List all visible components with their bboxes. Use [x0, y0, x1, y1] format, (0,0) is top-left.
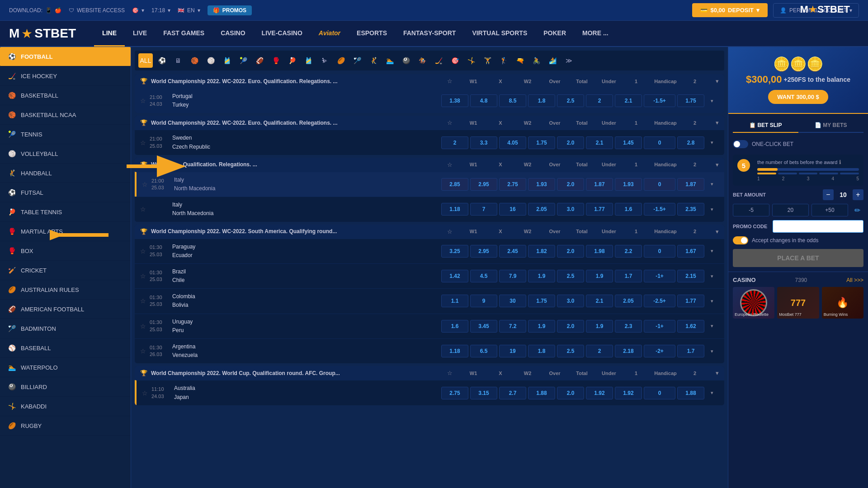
nav-esports[interactable]: ESPORTS — [349, 20, 395, 47]
odds-total[interactable]: 3.0 — [557, 203, 584, 216]
odds-handicap[interactable]: -2+ — [644, 345, 675, 357]
odds-x[interactable]: 2.95 — [470, 245, 497, 258]
info-icon[interactable]: ℹ — [839, 159, 841, 165]
odds-w2[interactable]: 4.05 — [499, 136, 526, 149]
place-bet-button[interactable]: PLACE A BET — [733, 249, 863, 267]
odds-w1[interactable]: 1.1 — [441, 295, 468, 307]
filter-tennis[interactable]: 🎾 — [236, 53, 250, 68]
filter-box[interactable]: 🥊 — [269, 53, 283, 68]
nav-line[interactable]: LINE — [94, 20, 125, 47]
odds-handicap[interactable]: -1.5+ — [644, 203, 675, 216]
star-icon[interactable]: ☆ — [140, 97, 146, 104]
sidebar-item-futsal[interactable]: ⚽ FUTSAL — [0, 183, 131, 202]
filter-volleyball[interactable]: 🏐 — [203, 53, 218, 68]
odds-total[interactable]: 2.5 — [557, 345, 584, 357]
odds-w1[interactable]: 1.6 — [441, 320, 468, 333]
odds-under[interactable]: 2.1 — [586, 295, 613, 307]
odds-w2[interactable]: 2.7 — [499, 387, 526, 399]
odds-over[interactable]: 1.75 — [528, 136, 555, 149]
odds-w1[interactable]: 1.42 — [441, 270, 468, 282]
odds-under[interactable]: 1.77 — [586, 203, 613, 216]
odds-under[interactable]: 1.87 — [586, 178, 613, 191]
odds-x[interactable]: 3.15 — [470, 387, 497, 399]
more-actions[interactable]: ▾ — [705, 348, 719, 354]
nav-live[interactable]: LIVE — [125, 20, 155, 47]
filter-weightlifting[interactable]: 🏋 — [480, 53, 495, 68]
odds-handicap[interactable]: -1+ — [644, 270, 675, 282]
odds-w1[interactable]: 2 — [441, 136, 468, 149]
more-actions[interactable]: ▾ — [705, 390, 719, 396]
filter-baseball[interactable]: 🎽 — [220, 53, 234, 68]
sidebar-item-baseball[interactable]: ⚾ BASEBALL — [0, 338, 131, 358]
sidebar-item-billiard[interactable]: 🎱 BILLIARD — [0, 377, 131, 397]
more-actions[interactable]: ▾ — [705, 298, 719, 304]
sidebar-item-tennis[interactable]: 🎾 TENNIS — [0, 125, 131, 144]
odds-h2[interactable]: 2.15 — [677, 270, 704, 282]
odds-w1[interactable]: 1.18 — [441, 345, 468, 357]
promo-want-button[interactable]: WANT 300,00 $ — [768, 90, 828, 104]
sidebar-item-badminton[interactable]: 🏸 BADMINTON — [0, 319, 131, 338]
tab-my-bets[interactable]: 📄 MY BETS — [798, 118, 864, 133]
target-icon-item[interactable]: 🎯 ▾ — [132, 7, 144, 14]
filter-golf[interactable]: 🏌 — [496, 53, 511, 68]
odds-h2[interactable]: 1.77 — [677, 295, 704, 307]
promos-item[interactable]: 🎁 PROMOS — [208, 5, 252, 15]
odds-handicap[interactable]: 0 — [644, 387, 675, 399]
star-icon[interactable]: ☆ — [142, 389, 148, 397]
filter-cycling[interactable]: 🚴 — [529, 53, 543, 68]
odds-x[interactable]: 4.8 — [470, 94, 497, 107]
filter-gymnastics[interactable]: 🤸 — [464, 53, 478, 68]
language-item[interactable]: 🇬🇧 EN ▾ — [178, 7, 200, 14]
bet-minus-button[interactable]: − — [823, 189, 834, 200]
sidebar-item-ice-hockey[interactable]: 🏒 ICE HOCKEY — [0, 66, 131, 86]
nav-virtual[interactable]: VIRTUAL SPORTS — [464, 20, 535, 47]
odds-h2[interactable]: 1.62 — [677, 320, 704, 333]
odds-w2[interactable]: 8.5 — [499, 94, 526, 107]
odds-over[interactable]: 1.93 — [528, 178, 555, 191]
more-actions[interactable]: ▾ — [705, 181, 719, 187]
odds-h2[interactable]: 1.67 — [677, 245, 704, 258]
odds-w1[interactable]: 2.75 — [441, 387, 468, 399]
filter-surf[interactable]: 🏄 — [545, 53, 560, 68]
filter-ice-hockey2[interactable]: 🏒 — [431, 53, 446, 68]
odds-h2[interactable]: 1.7 — [677, 345, 704, 357]
odds-over[interactable]: 1.8 — [528, 345, 555, 357]
odds-over[interactable]: 1.8 — [528, 94, 555, 107]
star-icon[interactable]: ☆ — [140, 206, 146, 213]
odds-h1[interactable]: 1.92 — [615, 387, 642, 399]
odds-total[interactable]: 2.0 — [557, 387, 584, 399]
odds-under[interactable]: 1.92 — [586, 387, 613, 399]
sidebar-item-kabaddi[interactable]: 🤸 KABADDI — [0, 397, 131, 416]
nav-fast-games[interactable]: FAST GAMES — [155, 20, 212, 47]
odds-x[interactable]: 9 — [470, 295, 497, 307]
sidebar-item-australian-rules[interactable]: 🏉 AUSTRALIAN RULES — [0, 280, 131, 300]
odds-over[interactable]: 1.9 — [528, 270, 555, 282]
odds-under[interactable]: 2 — [586, 345, 613, 357]
filter-american-football[interactable]: 🏈 — [252, 53, 267, 68]
quick-amt-plus50[interactable]: +50 — [811, 204, 848, 216]
odds-under[interactable]: 1.9 — [586, 320, 613, 333]
odds-w1[interactable]: 2.85 — [441, 178, 468, 191]
filter-rugby[interactable]: 🏉 — [334, 53, 348, 68]
odds-under[interactable]: 2.1 — [586, 136, 613, 149]
odds-h1[interactable]: 2.3 — [615, 320, 642, 333]
odds-w1[interactable]: 1.38 — [441, 94, 468, 107]
odds-over[interactable]: 1.82 — [528, 245, 555, 258]
odds-handicap[interactable]: 0 — [644, 178, 675, 191]
odds-w2[interactable]: 2.75 — [499, 178, 526, 191]
odds-w2[interactable]: 2.45 — [499, 245, 526, 258]
more-actions[interactable]: ▾ — [705, 140, 719, 145]
filter-ski[interactable]: ⛷ — [317, 53, 332, 68]
odds-h2[interactable]: 1.75 — [677, 94, 704, 107]
odds-total[interactable]: 2.5 — [557, 94, 584, 107]
odds-w2[interactable]: 30 — [499, 295, 526, 307]
filter-more2[interactable]: ≫ — [561, 53, 576, 68]
odds-x[interactable]: 2.95 — [470, 178, 497, 191]
odds-h1[interactable]: 2.1 — [615, 94, 642, 107]
odds-handicap[interactable]: 0 — [644, 136, 675, 149]
odds-handicap[interactable]: -2.5+ — [644, 295, 675, 307]
odds-under[interactable]: 1.98 — [586, 245, 613, 258]
filter-table-tennis[interactable]: 🏓 — [285, 53, 299, 68]
bet-plus-button[interactable]: + — [853, 189, 863, 200]
accept-odds-toggle[interactable] — [733, 236, 748, 244]
